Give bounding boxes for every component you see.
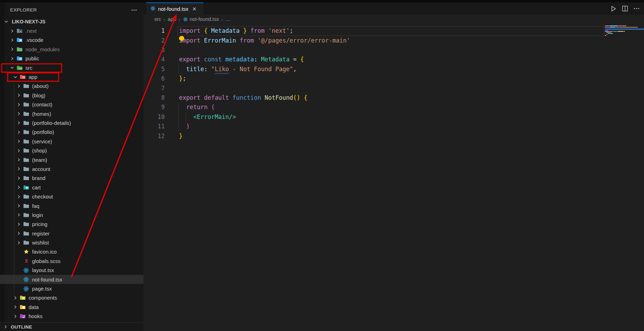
chevron-right-icon xyxy=(3,324,8,330)
chevron-right-icon xyxy=(16,203,22,209)
line-number: 10 xyxy=(143,112,165,122)
tree-folder-homes[interactable]: (homes) xyxy=(0,109,143,118)
code-line-11: 11 ) xyxy=(143,122,350,131)
no-chevron xyxy=(16,258,22,264)
chevron-right-icon xyxy=(16,102,22,107)
breadcrumb-notfoundtsx[interactable]: not-found.tsx xyxy=(183,16,219,22)
tree-file-faviconico[interactable]: favicon.ico xyxy=(0,247,143,256)
tree-folder-portfolio-details[interactable]: (portfolio-details) xyxy=(0,118,143,127)
tree-folder-cart[interactable]: cart xyxy=(0,183,143,192)
app-icon xyxy=(20,74,26,80)
tab-not-found[interactable]: not-found.tsx ✕ xyxy=(146,2,203,15)
tree-folder-brand[interactable]: brand xyxy=(0,174,143,183)
chevron-down-icon xyxy=(13,74,18,80)
lightbulb-icon[interactable] xyxy=(179,36,185,42)
chevron-right-icon xyxy=(13,295,18,301)
tree-file-not-foundtsx[interactable]: not-found.tsx xyxy=(0,275,143,284)
tree-folder-team[interactable]: (team) xyxy=(0,155,143,164)
public-icon xyxy=(16,55,23,61)
chevron-right-icon xyxy=(16,166,22,172)
tree-folder-wishlist[interactable]: wishlist xyxy=(0,238,143,247)
code-line-8: 8export default function NotFound() { xyxy=(143,93,350,103)
hooks-icon xyxy=(20,313,26,319)
code-line-4: 4export const metadata: Metadata = { xyxy=(143,55,350,64)
line-number: 4 xyxy=(143,55,165,64)
breadcrumb-src[interactable]: src xyxy=(154,16,161,22)
tree-folder-next[interactable]: N.next xyxy=(0,26,143,35)
svg-text:</>: </> xyxy=(18,67,23,70)
tree-folder-shop[interactable]: (shop) xyxy=(0,146,143,155)
tree-folder-vscode[interactable]: .vscode xyxy=(0,36,143,45)
tree-folder-hooks[interactable]: hooks xyxy=(0,312,143,321)
outline-title: OUTLINE xyxy=(11,324,32,330)
tree-folder-about[interactable]: (about) xyxy=(0,82,143,91)
tree-folder-public[interactable]: public xyxy=(0,54,143,63)
breadcrumb-[interactable]: … xyxy=(225,16,231,22)
folder-icon xyxy=(23,148,29,153)
tree-folder-contact[interactable]: (contact) xyxy=(0,100,143,109)
line-number: 6 xyxy=(143,74,165,83)
chevron-down-icon xyxy=(3,19,9,24)
react-icon xyxy=(23,267,29,273)
line-number: 2 xyxy=(143,36,165,45)
tree-folder-service[interactable]: (service) xyxy=(0,137,143,146)
explorer-title: EXPLORER xyxy=(10,7,37,13)
tree-folder-components[interactable]: components xyxy=(0,293,143,302)
explorer-more-actions-icon[interactable] xyxy=(131,7,137,15)
breadcrumbs: src›app›not-found.tsx›… xyxy=(143,15,644,24)
no-chevron xyxy=(16,277,22,282)
tree-folder-register[interactable]: register xyxy=(0,229,143,238)
tree-file-globalsscss[interactable]: Sglobals.scss xyxy=(0,256,143,265)
svg-text:N: N xyxy=(20,30,22,33)
tree-folder-src[interactable]: </>src xyxy=(0,63,143,72)
tree-folder-checkout[interactable]: checkout xyxy=(0,192,143,201)
tree-folder-node_modules[interactable]: node_modules xyxy=(0,45,143,54)
line-number: 8 xyxy=(143,93,165,103)
tree-file-pagetsx[interactable]: page.tsx xyxy=(0,284,143,293)
editor-more-actions-icon[interactable] xyxy=(633,5,640,12)
chevron-right-icon xyxy=(16,157,22,163)
breadcrumb-app[interactable]: app xyxy=(168,16,176,22)
code-indent-guide xyxy=(178,65,179,74)
line-number: 12 xyxy=(143,131,165,141)
no-chevron xyxy=(16,268,22,273)
code-line-9: 9 return ( xyxy=(143,103,350,112)
minimap[interactable] xyxy=(605,24,644,331)
outline-section-header[interactable]: OUTLINE xyxy=(0,322,143,331)
tab-close-icon[interactable]: ✕ xyxy=(192,6,197,12)
run-icon[interactable] xyxy=(610,5,617,12)
tree-folder-LIKO-NEXT-JS[interactable]: LIKO-NEXT-JS xyxy=(0,17,143,26)
tree-folder-app[interactable]: app xyxy=(0,72,143,81)
tree-folder-account[interactable]: account xyxy=(0,164,143,173)
chevron-right-icon xyxy=(16,111,22,116)
code-line-2: 2import ErrorMain from '@/pages/error/er… xyxy=(143,36,350,45)
folder-icon xyxy=(23,231,29,236)
editor-area: not-found.tsx ✕ src›app›not-found.tsx›… … xyxy=(143,2,644,331)
chevron-down-icon xyxy=(9,65,15,70)
line-number: 7 xyxy=(143,84,165,93)
tree-folder-faq[interactable]: faq xyxy=(0,201,143,210)
chevron-right-icon xyxy=(16,212,22,218)
code-line-6: 6}; xyxy=(143,74,350,83)
split-editor-icon[interactable] xyxy=(622,5,628,12)
chevron-right-icon xyxy=(9,56,15,61)
tree-file-layouttsx[interactable]: layout.tsx xyxy=(0,266,143,275)
line-number: 3 xyxy=(143,45,165,55)
code-indent-guide xyxy=(178,103,179,131)
code-line-3: 3 xyxy=(143,45,350,55)
window-top-edge xyxy=(0,0,644,2)
folder-icon xyxy=(23,120,29,126)
tree-folder-blog[interactable]: (blog) xyxy=(0,91,143,100)
tree-indent-guide xyxy=(14,84,14,296)
code-editor[interactable]: 1import { Metadata } from 'next';2import… xyxy=(143,24,644,331)
tree-folder-portfolio[interactable]: (portfolio) xyxy=(0,128,143,137)
explorer-header: EXPLORER xyxy=(0,2,143,17)
tree-folder-pricing[interactable]: pricing xyxy=(0,220,143,229)
react-icon xyxy=(23,277,29,283)
next-icon: N xyxy=(16,28,23,34)
tree-folder-data[interactable]: data xyxy=(0,302,143,311)
chevron-right-icon xyxy=(16,138,22,144)
sass-icon: S xyxy=(23,258,29,264)
tree-folder-login[interactable]: login xyxy=(0,210,143,219)
svg-text:S: S xyxy=(25,258,28,264)
